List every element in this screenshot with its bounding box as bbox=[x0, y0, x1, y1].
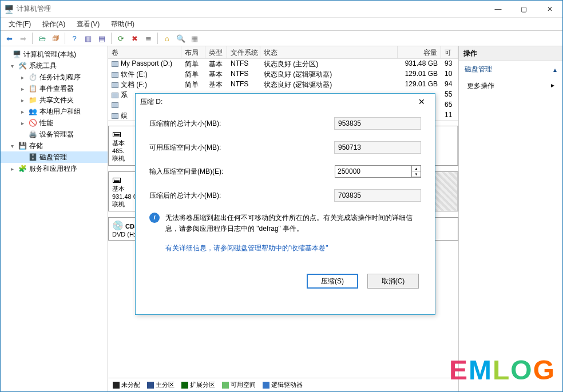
tree-shared-folders[interactable]: ▸📁共享文件夹 bbox=[1, 94, 108, 106]
menu-action[interactable]: 操作(A) bbox=[37, 18, 71, 30]
back-button[interactable]: ⬅ bbox=[3, 32, 15, 45]
volume-row[interactable]: 文档 (F:)简单基本NTFS状态良好 (逻辑驱动器)129.01 GB94 bbox=[108, 79, 458, 90]
help-button[interactable]: ? bbox=[68, 32, 81, 45]
toolbar: ⬅ ➡ 🗁 🗊 ? ▥ ▤ ⟳ ✖ ≣ ⌂ 🔍 ▦ bbox=[1, 30, 562, 46]
home-button[interactable]: ⌂ bbox=[161, 32, 173, 45]
menu-help[interactable]: 帮助(H) bbox=[105, 18, 140, 30]
col-layout[interactable]: 布局 bbox=[181, 46, 205, 58]
tree-disk-management[interactable]: 🗄️磁盘管理 bbox=[1, 151, 108, 163]
menubar: 文件(F) 操作(A) 查看(V) 帮助(H) bbox=[1, 18, 562, 30]
tree-services-apps[interactable]: ▸🧩服务和应用程序 bbox=[1, 163, 108, 174]
extra-button[interactable]: ▦ bbox=[188, 32, 201, 45]
spin-down-button[interactable]: ▼ bbox=[412, 171, 421, 177]
spin-up-button[interactable]: ▲ bbox=[412, 166, 421, 171]
info-icon: i bbox=[149, 213, 160, 223]
col-volume[interactable]: 卷 bbox=[108, 46, 181, 58]
label-available: 可用压缩空间大小(MB): bbox=[149, 143, 334, 153]
shrink-button[interactable]: 压缩(S) bbox=[307, 274, 358, 289]
col-free[interactable]: 可 bbox=[441, 46, 458, 58]
maximize-button[interactable]: ▢ bbox=[511, 1, 537, 17]
volume-row[interactable]: My Passport (D:)简单基本NTFS状态良好 (主分区)931.48… bbox=[108, 59, 458, 69]
delete-button[interactable]: ✖ bbox=[128, 32, 141, 45]
disk-icon: 🖴 bbox=[112, 174, 121, 184]
col-capacity[interactable]: 容量 bbox=[398, 46, 441, 58]
shrink-amount-input[interactable] bbox=[335, 165, 412, 178]
forward-button[interactable]: ➡ bbox=[17, 32, 29, 45]
tree-event-viewer[interactable]: ▸📋事件查看器 bbox=[1, 83, 108, 94]
shrink-dialog: 压缩 D: ✕ 压缩前的总计大小(MB): 953835 可用压缩空间大小(MB… bbox=[135, 93, 435, 315]
collapse-icon: ▴ bbox=[553, 66, 557, 74]
app-icon: 🖥️ bbox=[4, 5, 13, 14]
disk-icon: 🖴 bbox=[112, 129, 121, 138]
label-shrink-input: 输入压缩空间量(MB)(E): bbox=[149, 167, 335, 177]
col-status[interactable]: 状态 bbox=[260, 46, 398, 58]
actions-more[interactable]: 更多操作▸ bbox=[459, 78, 562, 94]
tree-root[interactable]: 🖥️计算机管理(本地) bbox=[1, 49, 108, 60]
dialog-close-button[interactable]: ✕ bbox=[413, 95, 430, 108]
field-size-before: 953835 bbox=[334, 117, 421, 130]
cdrom-icon: 💿 bbox=[112, 221, 124, 230]
menu-view[interactable]: 查看(V) bbox=[71, 18, 105, 30]
props-button[interactable]: 🗊 bbox=[49, 32, 62, 45]
col-type[interactable]: 类型 bbox=[205, 46, 227, 58]
dialog-title: 压缩 D: bbox=[140, 97, 413, 107]
list-button[interactable]: ≣ bbox=[142, 32, 154, 45]
close-button[interactable]: ✕ bbox=[537, 1, 562, 17]
tree-performance[interactable]: ▸🚫性能 bbox=[1, 117, 108, 129]
legend: 未分配 主分区 扩展分区 可用空间 逻辑驱动器 bbox=[108, 378, 458, 391]
tree-device-manager[interactable]: 🖨️设备管理器 bbox=[1, 129, 108, 140]
info-text: 无法将卷压缩到超出任何不可移动的文件所在的点。有关完成该操作时间的详细信息，请参… bbox=[165, 213, 421, 234]
find-button[interactable]: 🔍 bbox=[175, 32, 187, 45]
up-button[interactable]: 🗁 bbox=[35, 32, 48, 45]
label-size-before: 压缩前的总计大小(MB): bbox=[149, 119, 334, 129]
label-size-after: 压缩后的总计大小(MB): bbox=[149, 191, 334, 201]
window-title: 计算机管理 bbox=[17, 4, 485, 14]
cancel-button[interactable]: 取消(C) bbox=[367, 274, 419, 289]
col-fs[interactable]: 文件系统 bbox=[227, 46, 260, 58]
tree-storage[interactable]: ▾💾存储 bbox=[1, 140, 108, 151]
chevron-right-icon: ▸ bbox=[551, 81, 554, 91]
volume-row[interactable]: 软件 (E:)简单基本NTFS状态良好 (逻辑驱动器)129.01 GB10 bbox=[108, 69, 458, 79]
refresh-button[interactable]: ⟳ bbox=[114, 32, 127, 45]
tree-system-tools[interactable]: ▾🛠️系统工具 bbox=[1, 60, 108, 71]
minimize-button[interactable]: — bbox=[485, 1, 511, 17]
toggle2-button[interactable]: ▤ bbox=[96, 32, 108, 45]
actions-pane: 操作 磁盘管理▴ 更多操作▸ bbox=[458, 46, 562, 391]
watermark: EMLOG bbox=[449, 354, 556, 386]
help-link[interactable]: 有关详细信息，请参阅磁盘管理帮助中的"收缩基本卷" bbox=[165, 243, 421, 253]
field-available: 950713 bbox=[334, 141, 421, 154]
actions-header: 操作 bbox=[459, 46, 562, 61]
menu-file[interactable]: 文件(F) bbox=[3, 18, 37, 30]
actions-title[interactable]: 磁盘管理▴ bbox=[459, 61, 562, 78]
tree-local-users[interactable]: ▸👥本地用户和组 bbox=[1, 106, 108, 117]
tree-task-scheduler[interactable]: ▸⏱️任务计划程序 bbox=[1, 71, 108, 83]
volume-header: 卷 布局 类型 文件系统 状态 容量 可 bbox=[108, 46, 458, 59]
tree-pane: 🖥️计算机管理(本地) ▾🛠️系统工具 ▸⏱️任务计划程序 ▸📋事件查看器 ▸📁… bbox=[1, 46, 108, 391]
toggle1-button[interactable]: ▥ bbox=[82, 32, 94, 45]
field-size-after: 703835 bbox=[334, 189, 421, 202]
